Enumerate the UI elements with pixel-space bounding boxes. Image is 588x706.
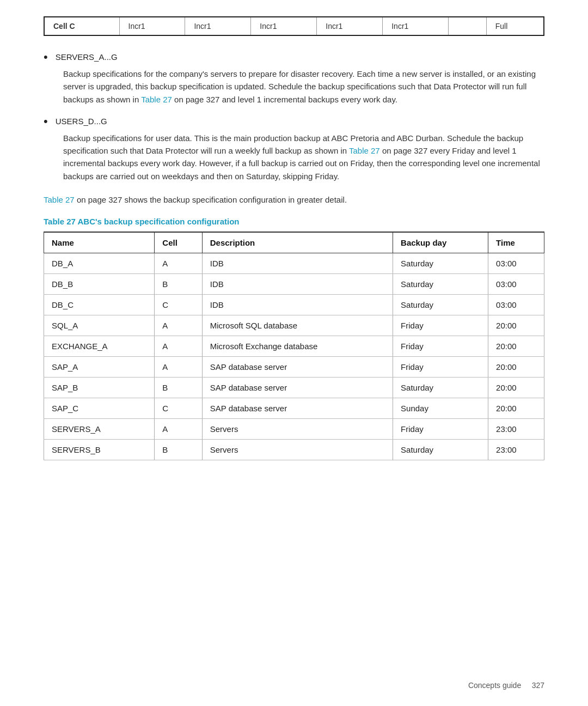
table-row: SERVERS_BBServersSaturday23:00	[44, 440, 544, 460]
table-cell-r2-c3: Saturday	[393, 295, 488, 315]
table-cell-r8-c3: Friday	[393, 419, 488, 440]
table-cell-r3-c0: SQL_A	[44, 315, 155, 336]
table-cell-r6-c3: Saturday	[393, 378, 488, 398]
table-row: DB_AAIDBSaturday03:00	[44, 253, 544, 274]
bullet-label-users: USERS_D...G	[56, 117, 107, 126]
table-header-row: Name Cell Description Backup day Time	[44, 232, 544, 253]
table-cell-r5-c3: Friday	[393, 357, 488, 378]
top-table-incr1-2: Incr1	[185, 17, 251, 35]
table-cell-r5-c1: A	[155, 357, 202, 378]
table-cell-r9-c3: Saturday	[393, 440, 488, 460]
table-cell-r1-c4: 03:00	[488, 274, 544, 295]
bullet-dot-users: •	[44, 115, 48, 127]
table-cell-r5-c4: 20:00	[488, 357, 544, 378]
footer: Concepts guide 327	[468, 681, 544, 690]
table-cell-r3-c1: A	[155, 315, 202, 336]
table-cell-r0-c4: 03:00	[488, 253, 544, 274]
table-cell-r2-c0: DB_C	[44, 295, 155, 315]
table-row: DB_BBIDBSaturday03:00	[44, 274, 544, 295]
intro-link[interactable]: Table 27	[44, 195, 75, 204]
table-cell-r0-c0: DB_A	[44, 253, 155, 274]
footer-page: 327	[532, 681, 544, 690]
table-cell-r7-c0: SAP_C	[44, 398, 155, 419]
bullet-item-servers: • SERVERS_A...G	[44, 52, 544, 63]
top-table-wrapper: Cell C Incr1 Incr1 Incr1 Incr1 Incr1 Ful…	[44, 16, 544, 36]
table-cell-r8-c0: SERVERS_A	[44, 419, 155, 440]
table-cell-r0-c2: IDB	[202, 253, 393, 274]
bullet-dot-servers: •	[44, 51, 48, 63]
col-header-time: Time	[488, 232, 544, 253]
col-header-description: Description	[202, 232, 393, 253]
top-table: Cell C Incr1 Incr1 Incr1 Incr1 Incr1 Ful…	[44, 16, 544, 36]
table-row: EXCHANGE_AAMicrosoft Exchange databaseFr…	[44, 336, 544, 357]
table-row: SERVERS_AAServersFriday23:00	[44, 419, 544, 440]
table-row: SAP_BBSAP database serverSaturday20:00	[44, 378, 544, 398]
table-cell-r3-c3: Friday	[393, 315, 488, 336]
table-cell-r2-c2: IDB	[202, 295, 393, 315]
intro-paragraph: Table 27 on page 327 shows the backup sp…	[44, 193, 544, 206]
bullet-label-servers: SERVERS_A...G	[56, 52, 118, 62]
table-cell-r1-c0: DB_B	[44, 274, 155, 295]
bullet-section-servers: • SERVERS_A...G Backup specifications fo…	[44, 52, 544, 106]
table-cell-r8-c2: Servers	[202, 419, 393, 440]
table-cell-r6-c2: SAP database server	[202, 378, 393, 398]
col-header-cell: Cell	[155, 232, 202, 253]
bullet-section-users: • USERS_D...G Backup specifications for …	[44, 117, 544, 182]
table-cell-r0-c1: A	[155, 253, 202, 274]
table-cell-r3-c4: 20:00	[488, 315, 544, 336]
table-cell-r4-c0: EXCHANGE_A	[44, 336, 155, 357]
table-cell-r9-c1: B	[155, 440, 202, 460]
table-cell-r9-c2: Servers	[202, 440, 393, 460]
table-row: SAP_CCSAP database serverSunday20:00	[44, 398, 544, 419]
table-cell-r4-c4: 20:00	[488, 336, 544, 357]
bullet-body-servers: Backup specifications for the company's …	[44, 68, 544, 106]
table-cell-r9-c4: 23:00	[488, 440, 544, 460]
table-cell-r1-c3: Saturday	[393, 274, 488, 295]
top-table-incr1-4: Incr1	[317, 17, 383, 35]
table-cell-r9-c0: SERVERS_B	[44, 440, 155, 460]
data-table: Name Cell Description Backup day Time DB…	[44, 232, 544, 460]
table-row: DB_CCIDBSaturday03:00	[44, 295, 544, 315]
table-cell-r7-c1: C	[155, 398, 202, 419]
top-table-incr1-3: Incr1	[251, 17, 317, 35]
top-table-full: Full	[486, 17, 544, 35]
table-heading: Table 27 ABC's backup specification conf…	[44, 217, 544, 226]
table-cell-r2-c1: C	[155, 295, 202, 315]
table-cell-r7-c2: SAP database server	[202, 398, 393, 419]
table-row: SQL_AAMicrosoft SQL databaseFriday20:00	[44, 315, 544, 336]
bullet-item-users: • USERS_D...G	[44, 117, 544, 127]
table-cell-r1-c1: B	[155, 274, 202, 295]
servers-body-after: on page 327 and level 1 incremental back…	[174, 95, 397, 104]
intro-text: on page 327 shows the backup specificati…	[77, 195, 347, 204]
table-row: SAP_AASAP database serverFriday20:00	[44, 357, 544, 378]
top-table-row: Cell C Incr1 Incr1 Incr1 Incr1 Incr1 Ful…	[44, 17, 544, 35]
top-table-empty	[449, 17, 487, 35]
table-cell-r8-c4: 23:00	[488, 419, 544, 440]
table-cell-r5-c0: SAP_A	[44, 357, 155, 378]
table-cell-r2-c4: 03:00	[488, 295, 544, 315]
bullet-body-users: Backup specifications for user data. Thi…	[44, 132, 544, 182]
table-cell-r1-c2: IDB	[202, 274, 393, 295]
table-cell-r6-c1: B	[155, 378, 202, 398]
top-table-incr1-1: Incr1	[119, 17, 185, 35]
table-cell-r7-c3: Sunday	[393, 398, 488, 419]
table-cell-r0-c3: Saturday	[393, 253, 488, 274]
footer-label: Concepts guide	[468, 681, 521, 690]
table-cell-r4-c1: A	[155, 336, 202, 357]
table-cell-r5-c2: SAP database server	[202, 357, 393, 378]
table-cell-r4-c3: Friday	[393, 336, 488, 357]
col-header-backup-day: Backup day	[393, 232, 488, 253]
top-table-cell-c: Cell C	[44, 17, 119, 35]
table-cell-r4-c2: Microsoft Exchange database	[202, 336, 393, 357]
table-cell-r6-c0: SAP_B	[44, 378, 155, 398]
col-header-name: Name	[44, 232, 155, 253]
table-cell-r8-c1: A	[155, 419, 202, 440]
top-table-incr1-5: Incr1	[383, 17, 449, 35]
users-link[interactable]: Table 27	[349, 146, 380, 155]
table-cell-r3-c2: Microsoft SQL database	[202, 315, 393, 336]
table-cell-r6-c4: 20:00	[488, 378, 544, 398]
page: Cell C Incr1 Incr1 Incr1 Incr1 Incr1 Ful…	[0, 0, 588, 706]
table-cell-r7-c4: 20:00	[488, 398, 544, 419]
servers-link[interactable]: Table 27	[141, 95, 172, 104]
